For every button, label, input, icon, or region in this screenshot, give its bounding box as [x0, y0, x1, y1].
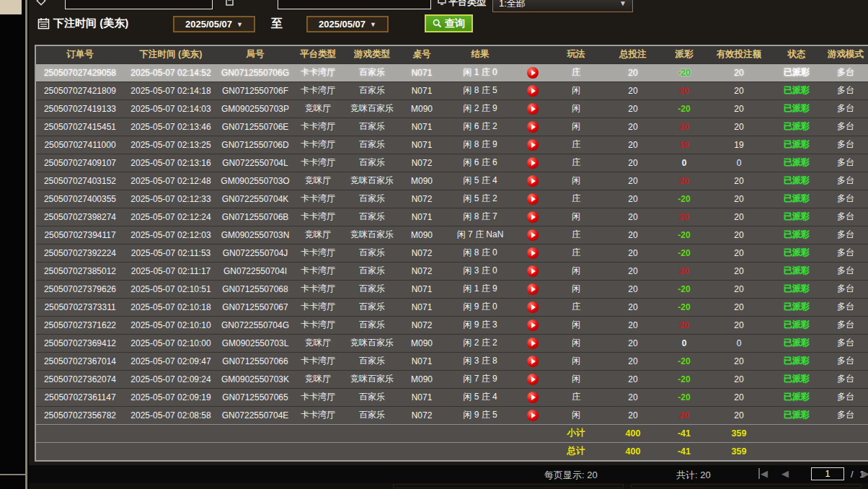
cell-game: 百家乐: [343, 118, 401, 136]
play-video-icon[interactable]: [527, 283, 539, 295]
cell-replay: [518, 154, 548, 172]
table-row[interactable]: 2505070274154512025-05-07 02:13:46GN0712…: [36, 118, 868, 136]
table-row[interactable]: 2505070274031522025-05-07 02:12:48GM0902…: [36, 172, 868, 190]
cell-time: 2025-05-07 02:09:47: [124, 352, 218, 370]
play-video-icon[interactable]: [527, 193, 539, 205]
cell-mode: 多台: [822, 388, 868, 406]
platform-filter-select[interactable]: 1:全部 ▼: [492, 0, 633, 12]
cell-order: 250507027400355: [36, 190, 124, 208]
cell-time: 2025-05-07 02:14:18: [124, 82, 218, 100]
play-video-icon[interactable]: [527, 229, 539, 241]
cell-time: 2025-05-07 02:13:25: [124, 136, 218, 154]
table-row[interactable]: 2505070273982742025-05-07 02:12:24GN0712…: [36, 208, 868, 226]
cell-total_bet: 20: [604, 208, 662, 226]
table-row[interactable]: 2505070274003552025-05-07 02:12:33GN0722…: [36, 190, 868, 208]
cell-game: 竞咪百家乐: [343, 370, 401, 388]
date-from-picker[interactable]: 2025/05/07 ▼: [173, 16, 255, 32]
query-button[interactable]: 查询: [425, 14, 473, 32]
total-valid-bet: 359: [707, 442, 771, 460]
play-video-icon[interactable]: [527, 121, 539, 133]
cell-table_no: N071: [401, 118, 443, 136]
table-row[interactable]: 2505070274191332025-05-07 02:14:03GM0902…: [36, 100, 868, 118]
platform-filter-value: 1:全部: [499, 0, 526, 10]
cell-mode: 多台: [822, 280, 868, 298]
play-video-icon[interactable]: [527, 410, 539, 421]
cell-status: 已派彩: [771, 82, 822, 100]
cell-platform: 卡卡湾厅: [293, 280, 343, 298]
table-row[interactable]: 2505070273694122025-05-07 02:10:00GM0902…: [36, 334, 868, 352]
document-icon: [225, 0, 234, 6]
table-row[interactable]: 2505070273796262025-05-07 02:10:51GN0712…: [36, 280, 868, 298]
table-row[interactable]: 2505070274218092025-05-07 02:14:18GN0712…: [36, 82, 868, 100]
cell-mode: 多台: [822, 190, 868, 208]
date-to-picker[interactable]: 2025/05/07 ▼: [306, 16, 389, 32]
play-video-icon[interactable]: [527, 320, 539, 331]
cell-replay: [518, 262, 548, 280]
column-header-5: 桌号: [401, 46, 443, 63]
table-row[interactable]: 2505070273670142025-05-07 02:09:47GN0712…: [36, 352, 868, 370]
play-video-icon[interactable]: [527, 211, 539, 223]
table-row[interactable]: 2505070273733112025-05-07 02:10:18GN0712…: [36, 298, 868, 316]
table-row[interactable]: 2505070274290582025-05-07 02:14:52GN0712…: [36, 63, 868, 82]
play-video-icon[interactable]: [527, 139, 539, 151]
play-video-icon[interactable]: [527, 301, 539, 313]
play-video-icon[interactable]: [527, 392, 539, 403]
cell-table_no: M090: [401, 172, 443, 190]
play-video-icon[interactable]: [527, 85, 539, 97]
play-video-icon[interactable]: [527, 247, 539, 259]
table-row[interactable]: 2505070273850122025-05-07 02:11:17GN0722…: [36, 262, 868, 280]
cell-result: 闲 7 庄 9: [443, 370, 518, 388]
cell-mode: 多台: [822, 298, 868, 316]
first-page-icon[interactable]: ◀: [758, 468, 768, 479]
cell-table_no: N071: [401, 208, 443, 226]
table-row[interactable]: 2505070273941172025-05-07 02:12:03GM0902…: [36, 226, 868, 244]
cell-total_bet: 20: [604, 154, 662, 172]
cell-status: 已派彩: [771, 154, 822, 172]
table-row[interactable]: 2505070273922242025-05-07 02:11:53GN0722…: [36, 244, 868, 262]
cell-play: 闲: [548, 100, 604, 118]
page-number-input[interactable]: 1: [811, 467, 844, 480]
cell-replay: [518, 280, 548, 298]
cell-payout: 20: [662, 262, 707, 280]
cell-time: 2025-05-07 02:13:16: [124, 154, 218, 172]
play-video-icon[interactable]: [527, 157, 539, 169]
cell-round: GN0712550706B: [218, 208, 293, 226]
cell-valid_bet: 20: [707, 370, 771, 388]
cell-payout: -20: [662, 388, 707, 406]
table-row[interactable]: 2505070273620742025-05-07 02:09:24GM0902…: [36, 370, 868, 388]
cell-time: 2025-05-07 02:10:10: [124, 316, 218, 334]
cell-platform: 卡卡湾厅: [293, 63, 343, 82]
next-page-icon[interactable]: ▶: [862, 468, 868, 479]
cell-replay: [518, 406, 548, 424]
cell-time: 2025-05-07 02:13:46: [124, 118, 218, 136]
table-row[interactable]: 2505070273567822025-05-07 02:08:58GN0722…: [36, 406, 868, 424]
filter-input-1[interactable]: [65, 0, 213, 9]
cell-payout: 19: [662, 136, 707, 154]
cell-platform: 卡卡湾厅: [293, 298, 343, 316]
filter-input-2[interactable]: [278, 0, 431, 9]
table-row[interactable]: 2505070273611472025-05-07 02:09:19GN0712…: [36, 388, 868, 406]
play-video-icon[interactable]: [527, 103, 539, 115]
play-video-icon[interactable]: [527, 374, 539, 385]
pagination-bar: 每页显示: 20 共计: 20 ◀ ◀ 1 / 1 ▶: [29, 465, 868, 483]
cell-total_bet: 20: [604, 352, 662, 370]
table-row[interactable]: 2505070274110002025-05-07 02:13:25GN0712…: [36, 136, 868, 154]
cell-mode: 多台: [822, 118, 868, 136]
cell-payout: -20: [662, 244, 707, 262]
cell-valid_bet: 20: [707, 244, 771, 262]
cell-order: 250507027403152: [36, 172, 124, 190]
table-row[interactable]: 2505070273716222025-05-07 02:10:10GN0722…: [36, 316, 868, 334]
cell-valid_bet: 20: [707, 118, 771, 136]
prev-page-icon[interactable]: ◀: [781, 468, 789, 479]
play-video-icon[interactable]: [527, 356, 539, 367]
play-video-icon[interactable]: [527, 67, 539, 79]
play-video-icon[interactable]: [527, 265, 539, 277]
play-video-icon[interactable]: [527, 338, 539, 349]
cell-result: 闲 8 庄 5: [443, 82, 518, 100]
column-header-4: 游戏类型: [343, 46, 401, 63]
cell-time: 2025-05-07 02:12:03: [124, 226, 218, 244]
cell-mode: 多台: [822, 226, 868, 244]
table-row[interactable]: 2505070274091072025-05-07 02:13:16GN0722…: [36, 154, 868, 172]
play-video-icon[interactable]: [527, 175, 539, 187]
cell-payout: -20: [662, 280, 707, 298]
